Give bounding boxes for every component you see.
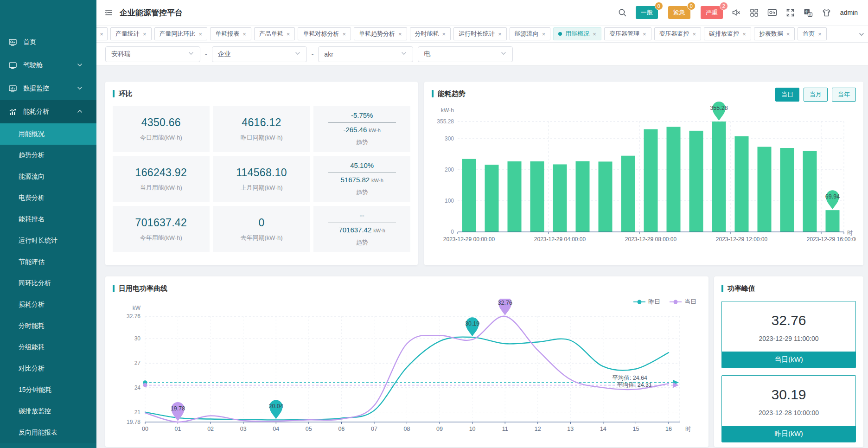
title-accent-bar bbox=[721, 285, 723, 292]
energy-trend-bar-chart: 0100200300355.28kW·h2023-12-29 00:00:002… bbox=[432, 99, 856, 252]
alarm-badge-严重[interactable]: 严重2 bbox=[701, 6, 723, 19]
stat-value: 4616.12 bbox=[242, 116, 281, 129]
ring-comparison-title: 环比 bbox=[119, 90, 133, 98]
search-icon[interactable] bbox=[618, 8, 627, 17]
tab-首页[interactable]: 首页× bbox=[798, 27, 827, 40]
sidebar-subitem-碳排放监控[interactable]: 碳排放监控 bbox=[0, 401, 96, 422]
tab-单耗趋势分析[interactable]: 单耗趋势分析× bbox=[354, 27, 407, 40]
stat-value: 114568.10 bbox=[236, 166, 287, 179]
sidebar-subitem-对比分析[interactable]: 对比分析 bbox=[0, 358, 96, 379]
tab-label: 用能概况 bbox=[565, 30, 589, 38]
legend-label: 昨日 bbox=[648, 298, 660, 306]
tab-碳排放监控[interactable]: 碳排放监控× bbox=[704, 27, 751, 40]
sidebar-subitem-用能概况[interactable]: 用能概况 bbox=[0, 123, 96, 145]
legend-item-当日[interactable]: 当日 bbox=[670, 298, 696, 306]
screen-cast-icon[interactable] bbox=[767, 8, 777, 17]
alarm-badge-一般[interactable]: 一般0 bbox=[636, 6, 658, 19]
range-button-当月[interactable]: 当月 bbox=[804, 88, 828, 102]
sidebar-subitem-损耗分析[interactable]: 损耗分析 bbox=[0, 294, 96, 315]
legend-marker-icon bbox=[670, 300, 682, 304]
sidebar-subitem-分时能耗[interactable]: 分时能耗 bbox=[0, 315, 96, 337]
tab-变压器管理[interactable]: 变压器管理× bbox=[604, 27, 651, 40]
svg-text:19.78: 19.78 bbox=[127, 419, 140, 425]
tab-close-icon[interactable]: × bbox=[342, 31, 346, 37]
tab-close-icon[interactable]: × bbox=[442, 31, 446, 37]
sidebar-subitem-15分钟能耗[interactable]: 15分钟能耗 bbox=[0, 379, 96, 401]
legend-marker-icon bbox=[633, 300, 645, 304]
sidebar-subitem-同环比分析[interactable]: 同环比分析 bbox=[0, 273, 96, 294]
sidebar-item-驾驶舱[interactable]: 驾驶舱 bbox=[0, 54, 96, 77]
tab-close-icon[interactable]: × bbox=[100, 31, 103, 37]
filter-select-2[interactable]: 企业 bbox=[212, 46, 307, 62]
tab-变压器监控[interactable]: 变压器监控× bbox=[654, 27, 702, 40]
sidebar-subitem-运行时长统计[interactable]: 运行时长统计 bbox=[0, 230, 96, 251]
energy-trend-title: 能耗趋势 bbox=[438, 90, 466, 98]
tab-label: 产品单耗 bbox=[259, 30, 283, 38]
tab-运行时长统计[interactable]: 运行时长统计× bbox=[453, 27, 507, 40]
filter-select-1[interactable]: 安科瑞 bbox=[105, 46, 200, 62]
tab-close-icon[interactable]: × bbox=[498, 31, 502, 37]
tab-partial[interactable]: × bbox=[96, 27, 108, 40]
tab-close-icon[interactable]: × bbox=[398, 31, 402, 37]
tab-close-icon[interactable]: × bbox=[542, 31, 546, 37]
svg-text:03: 03 bbox=[240, 426, 247, 432]
filter-select-4[interactable]: 电 bbox=[418, 46, 513, 62]
daily-power-curve-title: 日用电功率曲线 bbox=[119, 284, 167, 293]
layout-grid-icon[interactable] bbox=[750, 8, 759, 17]
legend-item-昨日[interactable]: 昨日 bbox=[633, 298, 660, 306]
chevron-down-icon[interactable] bbox=[858, 31, 865, 39]
sidebar-subitem-分组能耗[interactable]: 分组能耗 bbox=[0, 337, 96, 358]
stat-card-row2: 166243.92当月用能(kW·h) bbox=[113, 156, 210, 202]
tab-close-icon[interactable]: × bbox=[143, 31, 147, 37]
filter-select-3[interactable]: akr bbox=[318, 46, 413, 62]
tab-分时能耗[interactable]: 分时能耗× bbox=[410, 27, 451, 40]
stat-label: 昨日同期(kW·h) bbox=[240, 134, 282, 142]
trend-unit: kW·h bbox=[371, 178, 383, 183]
tab-close-icon[interactable]: × bbox=[643, 31, 646, 37]
tab-产品单耗[interactable]: 产品单耗× bbox=[254, 27, 295, 40]
tab-单耗报表[interactable]: 单耗报表× bbox=[210, 27, 251, 40]
tab-能源流向[interactable]: 能源流向× bbox=[510, 27, 551, 40]
range-button-当年[interactable]: 当年 bbox=[832, 88, 856, 102]
sidebar-subitem-趋势分析[interactable]: 趋势分析 bbox=[0, 145, 96, 166]
stat-label: 今日用能(kW·h) bbox=[140, 134, 182, 142]
tab-close-icon[interactable]: × bbox=[818, 31, 822, 37]
tab-产量统计[interactable]: 产量统计× bbox=[110, 27, 152, 40]
tab-close-icon[interactable]: × bbox=[593, 31, 596, 37]
sidebar-subitem-节能评估[interactable]: 节能评估 bbox=[0, 251, 96, 273]
sidebar-subitem-反向用能报表[interactable]: 反向用能报表 bbox=[0, 422, 96, 443]
translate-icon[interactable]: 中A bbox=[804, 8, 813, 17]
sidebar-subitem-能耗排名[interactable]: 能耗排名 bbox=[0, 209, 96, 230]
peak-time: 2023-12-28 10:00:00 bbox=[722, 409, 855, 416]
svg-text:21: 21 bbox=[134, 409, 141, 416]
svg-text:时: 时 bbox=[685, 426, 691, 432]
tab-产量同比环比[interactable]: 产量同比环比× bbox=[154, 27, 208, 40]
range-button-当日[interactable]: 当日 bbox=[775, 88, 799, 102]
peak-label: 当日(kW) bbox=[722, 352, 855, 368]
sidebar-collapse-icon[interactable] bbox=[104, 8, 113, 17]
tab-close-icon[interactable]: × bbox=[199, 31, 203, 37]
tab-单耗对标分析[interactable]: 单耗对标分析× bbox=[298, 27, 351, 40]
tab-close-icon[interactable]: × bbox=[786, 31, 790, 37]
tab-用能概况[interactable]: 用能概况× bbox=[553, 27, 601, 40]
chevron-up-icon bbox=[77, 108, 89, 116]
stat-card-row3: 701637.42今年用能(kW·h) bbox=[113, 206, 210, 252]
fullscreen-icon[interactable] bbox=[786, 8, 795, 17]
svg-text:A: A bbox=[809, 12, 811, 16]
trend-card-row1: -5.75%-265.46kW·h趋势 bbox=[313, 106, 410, 152]
sidebar-item-首页[interactable]: 首页 bbox=[0, 31, 96, 54]
tab-close-icon[interactable]: × bbox=[742, 31, 746, 37]
volume-mute-icon[interactable] bbox=[732, 8, 741, 17]
sidebar-subitem-能源流向[interactable]: 能源流向 bbox=[0, 166, 96, 187]
title-accent-bar bbox=[432, 90, 434, 97]
tab-抄表数据[interactable]: 抄表数据× bbox=[754, 27, 795, 40]
theme-shirt-icon[interactable] bbox=[822, 8, 831, 17]
tab-close-icon[interactable]: × bbox=[693, 31, 696, 37]
user-menu[interactable]: admin bbox=[840, 9, 858, 16]
tab-close-icon[interactable]: × bbox=[243, 31, 246, 37]
alarm-badge-紧急[interactable]: 紧急0 bbox=[668, 6, 690, 19]
tab-close-icon[interactable]: × bbox=[287, 31, 290, 37]
sidebar-item-能耗分析[interactable]: 能耗分析 bbox=[0, 100, 96, 123]
sidebar-item-数据监控[interactable]: 数据监控 bbox=[0, 77, 96, 100]
sidebar-subitem-电费分析[interactable]: 电费分析 bbox=[0, 187, 96, 209]
